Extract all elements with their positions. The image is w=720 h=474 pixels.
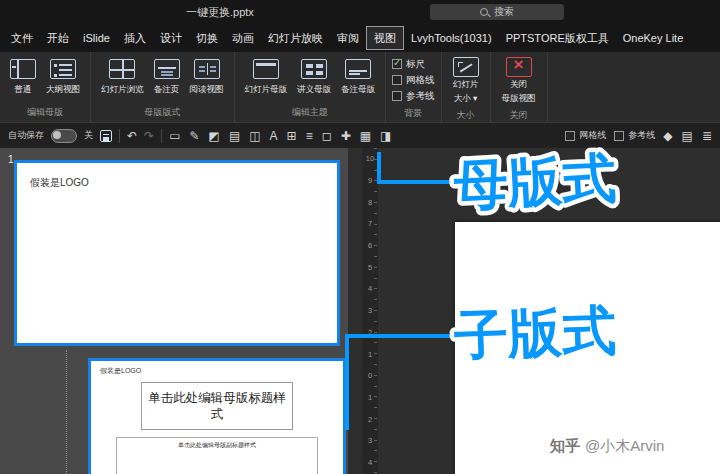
- logo-text: 假装是LOGO: [30, 176, 89, 190]
- checkbox-icon[interactable]: [392, 59, 402, 69]
- ribbon-group-大小: 幻灯片大小 ▾大小: [442, 52, 491, 122]
- tab-LvyhTools(1031)[interactable]: LvyhTools(1031): [404, 27, 499, 49]
- toolbar-icon[interactable]: ▤: [682, 130, 693, 142]
- normal-view-icon: [10, 59, 36, 79]
- tab-设计[interactable]: 设计: [153, 27, 189, 49]
- ribbon-button-label: 普通: [15, 84, 32, 96]
- guides-checkbox[interactable]: 参考线: [614, 129, 655, 143]
- command-icons: ▭✎◩▤◫A⊞≡◻✚▦◨: [169, 130, 391, 142]
- tab-iSlide[interactable]: iSlide: [76, 27, 117, 49]
- ribbon-button-label: 备注页: [154, 84, 180, 96]
- tab-幻灯片放映[interactable]: 幻灯片放映: [261, 27, 330, 49]
- ribbon-button-label: 讲义母版: [297, 84, 331, 96]
- tab-审阅[interactable]: 审阅: [330, 27, 366, 49]
- slide-size-icon: [453, 57, 479, 77]
- toolbar-icon[interactable]: ◫: [249, 130, 260, 142]
- toolbar-icon[interactable]: ≡: [306, 130, 313, 142]
- ribbon-button-阅读视图[interactable]: 阅读视图: [186, 55, 228, 98]
- ribbon-button-大纲视图[interactable]: 大纲视图: [42, 55, 84, 98]
- toolbar-icon[interactable]: ◨: [380, 130, 391, 142]
- ribbon-group-关闭: 关闭母版视图关闭: [491, 52, 548, 122]
- tab-开始[interactable]: 开始: [40, 27, 76, 49]
- ruler-number: 3: [362, 300, 378, 322]
- powerpoint-window: 一键更换.pptx 搜索 文件开始iSlide插入设计切换动画幻灯片放映审阅视图…: [0, 0, 720, 474]
- ribbon-button-关闭母版视图[interactable]: 关闭母版视图: [497, 55, 541, 105]
- checkbox-icon[interactable]: [392, 91, 402, 101]
- toolbar-icon[interactable]: ◻: [322, 130, 332, 142]
- ribbon-button-幻灯片母版[interactable]: 幻灯片母版: [241, 55, 292, 98]
- tab-切换[interactable]: 切换: [189, 27, 225, 49]
- ruler-number: 1: [362, 387, 378, 409]
- toolbar-icon[interactable]: ⊞: [287, 130, 297, 142]
- tab-插入[interactable]: 插入: [117, 27, 153, 49]
- toolbar-separator: [161, 129, 162, 143]
- checkbox-icon[interactable]: [614, 131, 624, 141]
- ribbon-button-幻灯片大小[interactable]: 幻灯片大小 ▾: [448, 55, 484, 105]
- layout-tree-line: [66, 350, 67, 474]
- ribbon-button-普通[interactable]: 普通: [6, 55, 40, 98]
- autosave-state: 关: [84, 129, 93, 142]
- ribbon-group-母版版式: 幻灯片浏览备注页阅读视图母版版式: [91, 52, 235, 122]
- ribbon-checkbox-标尺[interactable]: 标尺: [392, 57, 425, 71]
- ruler-number: 3: [362, 430, 378, 452]
- undo-button[interactable]: ↶: [127, 130, 137, 142]
- toolbar-icon[interactable]: ✚: [341, 130, 351, 142]
- layout-slide-thumbnail[interactable]: 假装是LOGO 单击此处编辑母版标题样式 单击此处编辑母版副标题样式: [88, 358, 346, 474]
- toolbar-icon[interactable]: ≣: [702, 130, 712, 142]
- ribbon-button-幻灯片浏览[interactable]: 幻灯片浏览: [97, 55, 148, 98]
- tab-视图[interactable]: 视图: [366, 26, 404, 50]
- checkbox-icon[interactable]: [565, 131, 575, 141]
- toolbar-right-cluster: 网格线 参考线 ◆▤≣: [565, 129, 712, 143]
- menu-tabs: 文件开始iSlide插入设计切换动画幻灯片放映审阅视图LvyhTools(103…: [0, 24, 720, 52]
- notes-page-icon: [154, 59, 180, 79]
- ribbon-checkbox-参考线[interactable]: 参考线: [392, 89, 435, 103]
- search-placeholder: 搜索: [494, 5, 514, 19]
- title-placeholder: 单击此处编辑母版标题样式: [141, 382, 292, 430]
- quick-access-toolbar: 自动保存 关 ↶ ↷ ▭✎◩▤◫A⊞≡◻✚▦◨ 网格线 参考线 ◆▤≣: [0, 122, 720, 148]
- master-slide-thumbnail[interactable]: 假装是LOGO: [14, 160, 340, 346]
- ribbon-button-label: 大纲视图: [46, 84, 80, 96]
- gridlines-checkbox[interactable]: 网格线: [565, 129, 606, 143]
- toolbar-icon[interactable]: ◆: [663, 130, 672, 142]
- redo-button[interactable]: ↷: [144, 130, 154, 142]
- ruler-number: 9: [362, 170, 378, 192]
- logo-text: 假装是LOGO: [100, 366, 141, 376]
- toolbar-icon[interactable]: ▤: [229, 130, 240, 142]
- ribbon-button-label: 阅读视图: [190, 84, 224, 96]
- autosave-toggle[interactable]: [51, 129, 77, 143]
- right-icons: ◆▤≣: [663, 130, 712, 142]
- ribbon-button-label: 幻灯片: [453, 79, 479, 91]
- toolbar-icon[interactable]: ▦: [360, 130, 371, 142]
- toolbar-separator: [119, 129, 120, 143]
- document-title: 一键更换.pptx: [186, 5, 254, 20]
- toolbar-icon[interactable]: A: [270, 130, 278, 142]
- ribbon-button-备注母版[interactable]: 备注母版: [337, 55, 379, 98]
- toolbar-icon[interactable]: ✎: [189, 130, 199, 142]
- ribbon-button-label: 备注母版: [341, 84, 375, 96]
- ruler-number: 4: [362, 452, 378, 474]
- watermark-handle: @小木Arvin: [585, 437, 664, 454]
- ribbon-button-备注页[interactable]: 备注页: [150, 55, 184, 98]
- autosave-label: 自动保存: [8, 129, 44, 142]
- ruler-number: 0: [362, 365, 378, 387]
- tab-OneKey Lite[interactable]: OneKey Lite: [616, 27, 691, 49]
- workspace: 1 假装是LOGO 假装是LOGO 单击此处编辑母版标题样式 单击此处编辑母版副…: [0, 148, 720, 474]
- reading-view-icon: [194, 59, 220, 79]
- toolbar-icon[interactable]: ◩: [209, 130, 220, 142]
- ribbon-checkbox-网格线[interactable]: 网格线: [392, 73, 435, 87]
- checkbox-label: 网格线: [406, 74, 435, 87]
- save-icon[interactable]: [100, 130, 112, 142]
- toolbar-icon[interactable]: ▭: [169, 130, 180, 142]
- tab-动画[interactable]: 动画: [225, 27, 261, 49]
- outline-view-icon: [50, 59, 76, 79]
- ribbon-button-讲义母版[interactable]: 讲义母版: [293, 55, 335, 98]
- ribbon-group-编辑主题: 幻灯片母版讲义母版备注母版编辑主题: [235, 52, 387, 122]
- ribbon-button-label: 幻灯片母版: [245, 84, 288, 96]
- ribbon-button-label: 幻灯片浏览: [101, 84, 144, 96]
- child-callout-line-vertical: [345, 334, 349, 430]
- checkbox-icon[interactable]: [392, 75, 402, 85]
- search-input[interactable]: 搜索: [430, 4, 564, 20]
- tab-PPTSTORE版权工具[interactable]: PPTSTORE版权工具: [499, 27, 616, 49]
- tab-文件[interactable]: 文件: [4, 27, 40, 49]
- gridlines-label: 网格线: [579, 129, 606, 142]
